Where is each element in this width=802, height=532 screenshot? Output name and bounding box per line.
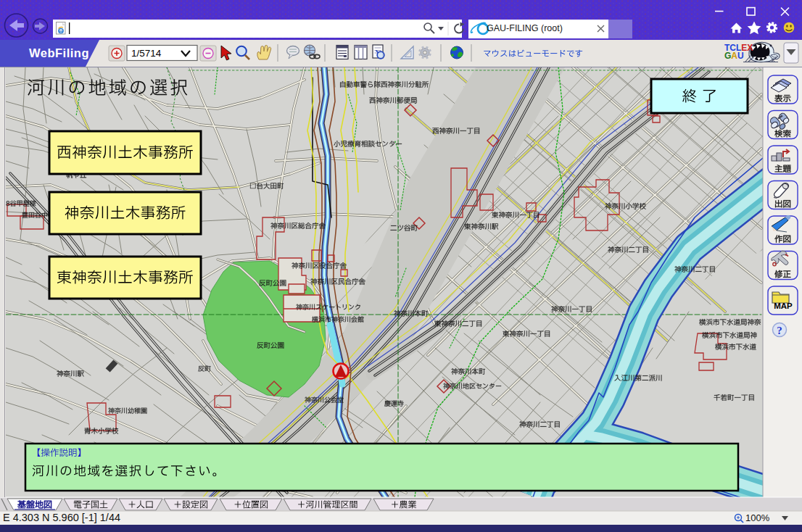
svg-text:?: ?	[777, 325, 782, 336]
